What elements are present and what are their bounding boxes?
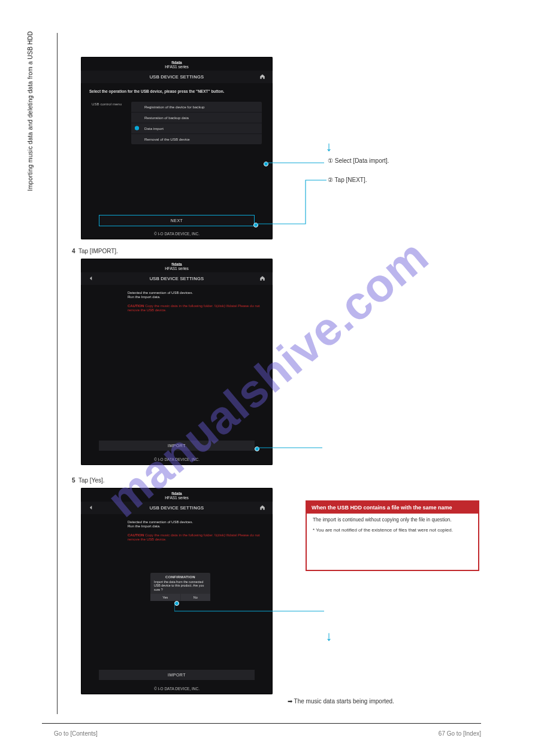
- device-footer: © I-O DATA DEVICE, INC.: [81, 232, 273, 236]
- home-icon[interactable]: [259, 505, 265, 511]
- screen-title: USB DEVICE SETTINGS: [81, 502, 273, 514]
- back-icon[interactable]: [88, 505, 94, 511]
- home-icon[interactable]: [259, 275, 265, 281]
- left-rule: [57, 33, 58, 714]
- footer-right[interactable]: 67 Go to [Index]: [439, 730, 481, 737]
- info-line: Detected the connection of USB devices. …: [128, 520, 273, 529]
- home-icon[interactable]: [259, 74, 265, 80]
- device-footer: © I-O DATA DEVICE, INC.: [81, 687, 273, 691]
- menu-label: USB control menu: [92, 102, 125, 144]
- page: Importing music data and deleting data f…: [0, 0, 535, 756]
- callout-body: The import is continued without copying …: [307, 514, 478, 537]
- step-4: 4 Tap [IMPORT].: [72, 247, 312, 256]
- callout-box: When the USB HDD contains a file with th…: [306, 500, 479, 571]
- screenshot-2: fidata HFAS1 series USB DEVICE SETTINGS …: [81, 259, 273, 465]
- device-header: fidata HFAS1 series: [81, 259, 273, 272]
- flow-arrow-2: ↓: [324, 629, 334, 644]
- opt-remove-usb[interactable]: Removal of the USB device: [131, 134, 262, 144]
- screen-title: USB DEVICE SETTINGS: [81, 71, 273, 83]
- back-icon[interactable]: [88, 275, 94, 281]
- device-header: fidata HFAS1 series: [81, 57, 273, 71]
- annotation-1: ① Select [Data import].: [328, 157, 489, 165]
- section-vertical-label: Importing music data and deleting data f…: [27, 31, 34, 191]
- footer-left[interactable]: Go to [Contents]: [54, 730, 98, 737]
- leader-line-1: [264, 161, 324, 165]
- annotation-2: ② Tap [NEXT].: [328, 176, 489, 184]
- info-line: Detected the connection of USB devices. …: [128, 291, 273, 299]
- opt-register-backup[interactable]: Registration of the device for backup: [131, 102, 262, 113]
- caution-box: CAUTION Copy the music data in the follo…: [128, 304, 262, 312]
- device-header: fidata HFAS1 series: [81, 488, 273, 502]
- import-button[interactable]: IMPORT: [99, 441, 255, 451]
- yes-button[interactable]: Yes: [150, 594, 180, 601]
- no-button[interactable]: No: [181, 594, 211, 601]
- menu-options: Registration of the device for backup Re…: [131, 102, 262, 144]
- confirm-title: CONFIRMATION: [150, 573, 210, 580]
- opt-restore-backup[interactable]: Restoration of backup data: [131, 113, 262, 123]
- callout-head: When the USB HDD contains a file with th…: [307, 502, 478, 514]
- leader-line-3: [256, 446, 322, 450]
- screen-title: USB DEVICE SETTINGS: [81, 272, 273, 285]
- usb-control-menu: USB control menu Registration of the dev…: [81, 95, 273, 144]
- leader-line-4: [174, 602, 324, 614]
- caution-box: CAUTION Copy the music data in the follo…: [128, 533, 262, 542]
- screenshot-1: fidata HFAS1 series USB DEVICE SETTINGS …: [81, 57, 273, 239]
- footer-rule: [42, 723, 481, 724]
- opt-data-import[interactable]: Data import: [131, 123, 262, 134]
- flow-arrow-1: ↓: [324, 139, 334, 154]
- screenshot-3: fidata HFAS1 series USB DEVICE SETTINGS …: [81, 488, 273, 694]
- import-button[interactable]: IMPORT: [99, 670, 255, 680]
- device-footer: © I-O DATA DEVICE, INC.: [81, 457, 273, 462]
- next-button[interactable]: NEXT: [99, 215, 255, 226]
- step-5: 5 Tap [Yes].: [72, 476, 312, 485]
- leader-line-2: [255, 179, 327, 226]
- instruction-text: Select the operation for the USB device,…: [81, 83, 273, 95]
- result-note: ➡ The music data starts being imported.: [288, 697, 449, 706]
- confirm-msg: Import the data from the connected USB d…: [150, 580, 210, 594]
- confirm-dialog: CONFIRMATION Import the data from the co…: [150, 573, 210, 601]
